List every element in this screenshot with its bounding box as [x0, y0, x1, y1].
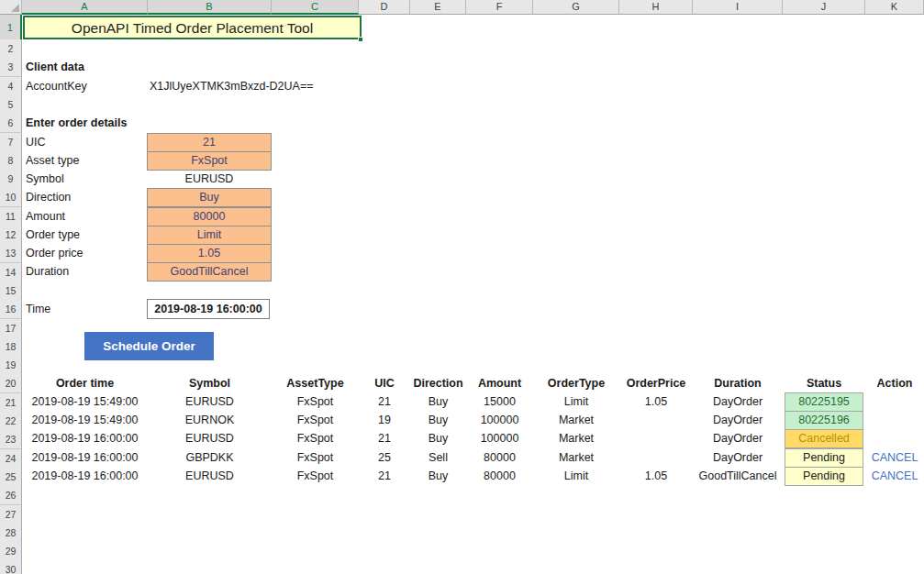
table-header-uic: UIC: [359, 374, 410, 392]
row-header-17[interactable]: 17: [0, 319, 22, 338]
column-header-H[interactable]: H: [619, 0, 693, 15]
order-row-2-order-type: Market: [533, 411, 619, 429]
row-header-7[interactable]: 7: [0, 133, 22, 152]
row-header-6[interactable]: 6: [0, 114, 22, 133]
order-row-1-order-time: 2019-08-19 15:49:00: [22, 392, 148, 411]
order-row-1-asset-type: FxSpot: [272, 392, 359, 411]
row-header-16[interactable]: 16: [0, 300, 22, 319]
column-header-F[interactable]: F: [466, 0, 533, 15]
order-row-5-amount: 80000: [466, 467, 533, 485]
row-header-9[interactable]: 9: [0, 170, 22, 189]
row-header-25[interactable]: 25: [0, 468, 22, 487]
row-header-30[interactable]: 30: [0, 560, 22, 574]
uic-input-cell[interactable]: 21: [147, 133, 272, 152]
order-type-label: Order type: [26, 226, 80, 244]
row-header-13[interactable]: 13: [0, 244, 22, 263]
row-header-5[interactable]: 5: [0, 95, 22, 115]
column-header-A[interactable]: A: [22, 0, 148, 15]
column-header-D[interactable]: D: [359, 0, 410, 15]
symbol-value-cell: EURUSD: [147, 170, 272, 189]
row-header-24[interactable]: 24: [0, 449, 22, 469]
order-price-input-cell[interactable]: 1.05: [147, 244, 272, 263]
column-header-E[interactable]: E: [410, 0, 466, 15]
row-header-22[interactable]: 22: [0, 412, 22, 431]
column-header-J[interactable]: J: [783, 0, 865, 15]
select-all-triangle-icon: [11, 4, 19, 12]
order-row-2-direction: Buy: [410, 411, 466, 429]
select-all-corner[interactable]: [0, 0, 22, 15]
order-row-5-order-type: Limit: [533, 467, 619, 485]
cancel-order-link[interactable]: CANCEL: [865, 467, 924, 485]
order-type-input-cell[interactable]: Limit: [147, 226, 272, 245]
order-row-5-uic: 21: [359, 467, 410, 485]
column-header-K[interactable]: K: [865, 0, 924, 15]
row-header-18[interactable]: 18: [0, 337, 22, 357]
order-row-5-order-price: 1.05: [619, 467, 693, 485]
row-header-2[interactable]: 2: [0, 39, 22, 59]
order-row-2-duration: DayOrder: [693, 411, 783, 429]
cancel-order-link[interactable]: CANCEL: [865, 448, 924, 467]
client-data-heading: Client data: [26, 58, 84, 76]
row-header-8[interactable]: 8: [0, 151, 22, 171]
order-row-1-uic: 21: [359, 392, 410, 411]
row-header-27[interactable]: 27: [0, 505, 22, 524]
duration-input-cell[interactable]: GoodTillCancel: [147, 262, 272, 281]
table-header-order-time: Order time: [22, 374, 148, 392]
row-header-11[interactable]: 11: [0, 207, 22, 226]
order-row-4-uic: 25: [359, 448, 410, 467]
column-header-I[interactable]: I: [693, 0, 783, 15]
schedule-order-button[interactable]: Schedule Order: [84, 332, 214, 360]
direction-input-cell[interactable]: Buy: [147, 188, 272, 207]
sheet-body: OpenAPI Timed Order Placement Tool Clien…: [22, 15, 924, 574]
row-header-26[interactable]: 26: [0, 486, 22, 505]
row-header-10[interactable]: 10: [0, 188, 22, 207]
order-price-label: Order price: [26, 244, 83, 262]
direction-label: Direction: [26, 188, 71, 206]
row-header-3[interactable]: 3: [0, 58, 22, 77]
order-row-1-order-price: 1.05: [619, 392, 693, 411]
order-row-4-order-time: 2019-08-19 16:00:00: [22, 448, 148, 467]
fill-handle[interactable]: [358, 37, 363, 42]
row-header-23[interactable]: 23: [0, 430, 22, 449]
row-header-4[interactable]: 4: [0, 77, 22, 96]
accountkey-value: X1JlUyeXTMK3mBxzd-D2UA==: [150, 77, 314, 95]
order-row-3-direction: Buy: [410, 429, 466, 447]
row-header-28[interactable]: 28: [0, 524, 22, 543]
column-header-B[interactable]: B: [148, 0, 272, 15]
row-header-19[interactable]: 19: [0, 356, 22, 375]
duration-label: Duration: [26, 262, 69, 281]
row-header-15[interactable]: 15: [0, 281, 22, 301]
column-header-C[interactable]: C: [272, 0, 359, 15]
row-header-20[interactable]: 20: [0, 374, 22, 393]
row-header-1[interactable]: 1: [0, 15, 22, 40]
order-row-5-symbol: EURUSD: [148, 467, 272, 485]
title-cell[interactable]: OpenAPI Timed Order Placement Tool: [23, 16, 362, 39]
table-header-duration: Duration: [693, 374, 783, 392]
table-header-ordertype: OrderType: [533, 374, 619, 392]
spreadsheet: ABCDEFGHIJK 1234567891011121314151617181…: [0, 0, 924, 574]
row-header-29[interactable]: 29: [0, 542, 22, 561]
uic-label: UIC: [26, 133, 46, 151]
row-header-21[interactable]: 21: [0, 393, 22, 413]
asset-type-input-cell[interactable]: FxSpot: [147, 151, 272, 171]
amount-input-cell[interactable]: 80000: [147, 207, 272, 226]
order-row-4-amount: 80000: [466, 448, 533, 467]
order-row-2-amount: 100000: [466, 411, 533, 429]
order-row-1-direction: Buy: [410, 392, 466, 411]
time-input-cell[interactable]: 2019-08-19 16:00:00: [147, 299, 270, 319]
order-row-4-order-type: Market: [533, 448, 619, 467]
order-row-2-asset-type: FxSpot: [272, 411, 359, 429]
order-row-4-status-cell: Pending: [785, 448, 863, 468]
row-header-14[interactable]: 14: [0, 263, 22, 282]
order-row-3-uic: 21: [359, 429, 410, 447]
row-header-12[interactable]: 12: [0, 226, 22, 245]
table-header-amount: Amount: [466, 374, 533, 392]
order-row-2-symbol: EURNOK: [148, 411, 272, 429]
order-row-5-duration: GoodTillCancel: [693, 467, 783, 485]
column-header-G[interactable]: G: [533, 0, 619, 15]
order-row-5-order-time: 2019-08-19 16:00:00: [22, 467, 148, 485]
order-row-3-asset-type: FxSpot: [272, 429, 359, 447]
order-row-3-symbol: EURUSD: [148, 429, 272, 447]
table-header-action: Action: [865, 374, 924, 392]
order-row-3-order-type: Market: [533, 429, 619, 447]
